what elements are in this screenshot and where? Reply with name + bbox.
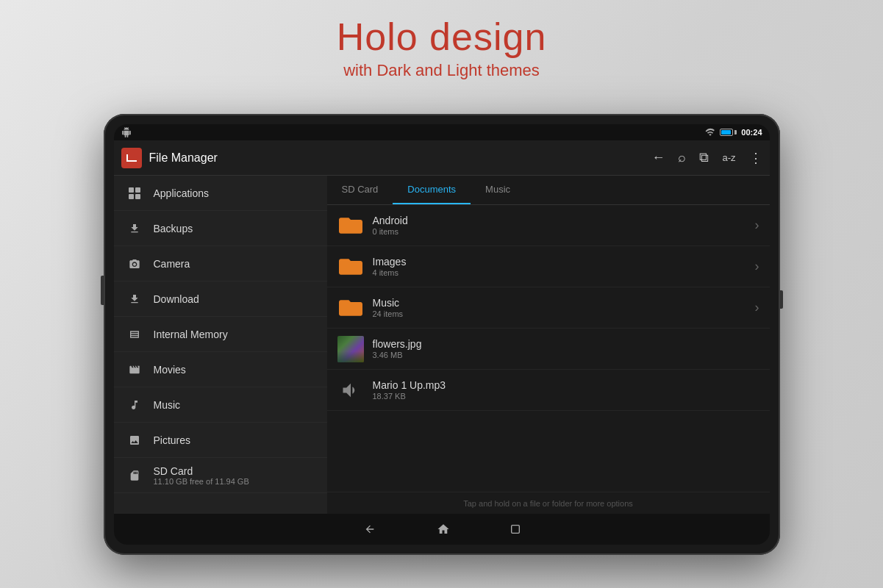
- back-button[interactable]: ←: [651, 150, 665, 165]
- camera-label: Camera: [154, 258, 190, 270]
- backups-label: Backups: [154, 223, 193, 234]
- bottom-hint-bar: Tap and hold on a file or folder for mor…: [327, 492, 770, 514]
- file-meta-mario: 18.37 KB: [373, 392, 759, 401]
- battery-icon: [720, 129, 737, 136]
- back-nav-button[interactable]: [362, 523, 377, 535]
- recents-nav-button[interactable]: [510, 523, 521, 535]
- file-row-images[interactable]: Images 4 items ›: [327, 246, 770, 287]
- file-name-images: Images: [373, 256, 746, 268]
- sidebar-item-movies[interactable]: Movies: [114, 352, 327, 387]
- file-row-mario[interactable]: Mario 1 Up.mp3 18.37 KB: [327, 370, 770, 411]
- home-nav-button[interactable]: [436, 523, 451, 536]
- pictures-icon: [126, 431, 143, 449]
- tab-documents[interactable]: Documents: [393, 176, 471, 204]
- sdcard-icon: [126, 467, 143, 484]
- main-subtitle: with Dark and Light themes: [0, 61, 883, 80]
- audio-icon-mario: [337, 377, 364, 404]
- movies-icon: [126, 361, 143, 379]
- paste-button[interactable]: ⧉: [699, 150, 709, 165]
- app-logo: [121, 148, 142, 168]
- file-name-flowers: flowers.jpg: [373, 338, 759, 350]
- logo-graphic: [126, 154, 137, 162]
- file-row-music[interactable]: Music 24 items ›: [327, 287, 770, 329]
- file-name-mario: Mario 1 Up.mp3: [373, 379, 759, 391]
- android-icon: [121, 127, 132, 137]
- more-button[interactable]: ⋮: [749, 150, 762, 166]
- sidebar-item-camera[interactable]: Camera: [114, 246, 327, 282]
- chevron-music: ›: [755, 300, 759, 315]
- folder-icon-music: [337, 295, 364, 321]
- nav-bar: [114, 514, 770, 545]
- main-title: Holo design: [0, 16, 883, 58]
- music-label: Music: [154, 399, 181, 411]
- wifi-icon: [705, 127, 715, 137]
- applications-icon: [126, 184, 143, 202]
- chevron-images: ›: [755, 259, 759, 274]
- pictures-label: Pictures: [154, 434, 191, 446]
- right-panel: SD Card Documents Music Andro: [327, 176, 770, 514]
- file-name-android: Android: [373, 215, 746, 226]
- file-meta-images: 4 items: [373, 268, 746, 277]
- file-meta-music: 24 items: [373, 309, 746, 318]
- status-left: [121, 127, 132, 137]
- tablet-screen: 00:24 File Manager ← ⌕ ⧉ a-z ⋮: [114, 124, 770, 545]
- file-info-android: Android 0 items: [373, 215, 746, 236]
- movies-label: Movies: [154, 364, 186, 376]
- search-button[interactable]: ⌕: [678, 150, 686, 165]
- camera-icon: [126, 255, 143, 273]
- sidebar-item-music[interactable]: Music: [114, 387, 327, 423]
- file-list: Android 0 items › Images: [327, 205, 770, 492]
- main-content: Applications Backups: [114, 176, 770, 514]
- file-row-flowers[interactable]: flowers.jpg 3.46 MB: [327, 329, 770, 370]
- tab-sdcard[interactable]: SD Card: [327, 176, 393, 204]
- sort-button[interactable]: a-z: [722, 152, 735, 163]
- status-bar: 00:24: [114, 124, 770, 140]
- hint-text: Tap and hold on a file or folder for mor…: [463, 499, 633, 508]
- sidebar-item-download[interactable]: Download: [114, 282, 327, 317]
- download-label: Download: [154, 293, 199, 305]
- folder-icon-android: [337, 212, 364, 239]
- tab-bar: SD Card Documents Music: [327, 176, 770, 205]
- download-icon: [126, 290, 143, 308]
- sdcard-info: SD Card 11.10 GB free of 11.94 GB: [154, 465, 249, 486]
- tablet-device: 00:24 File Manager ← ⌕ ⧉ a-z ⋮: [104, 114, 780, 555]
- chevron-android: ›: [755, 218, 759, 233]
- sidebar-item-pictures[interactable]: Pictures: [114, 423, 327, 458]
- status-time: 00:24: [741, 128, 762, 137]
- sidebar-item-applications[interactable]: Applications: [114, 176, 327, 211]
- sidebar-item-backups[interactable]: Backups: [114, 211, 327, 246]
- power-button: [780, 290, 783, 309]
- app-title: File Manager: [149, 151, 645, 165]
- memory-icon: [126, 326, 143, 343]
- file-name-music: Music: [373, 297, 746, 309]
- header-area: Holo design with Dark and Light themes: [0, 0, 883, 87]
- volume-button: [101, 276, 104, 305]
- file-row-android[interactable]: Android 0 items ›: [327, 205, 770, 246]
- file-info-mario: Mario 1 Up.mp3 18.37 KB: [373, 379, 759, 401]
- file-meta-android: 0 items: [373, 227, 746, 236]
- file-info-flowers: flowers.jpg 3.46 MB: [373, 338, 759, 359]
- folder-icon-images: [337, 254, 364, 280]
- thumbnail-flowers: [337, 336, 364, 362]
- music-sidebar-icon: [126, 396, 143, 414]
- file-meta-flowers: 3.46 MB: [373, 351, 759, 359]
- backups-icon: [126, 220, 143, 237]
- file-info-music: Music 24 items: [373, 297, 746, 318]
- sidebar-item-internal-memory[interactable]: Internal Memory: [114, 317, 327, 352]
- app-bar-actions: ← ⌕ ⧉ a-z ⋮: [651, 150, 762, 166]
- sdcard-label: SD Card: [154, 465, 249, 477]
- app-bar: File Manager ← ⌕ ⧉ a-z ⋮: [114, 140, 770, 176]
- sidebar-item-sdcard[interactable]: SD Card 11.10 GB free of 11.94 GB: [114, 458, 327, 493]
- applications-label: Applications: [154, 187, 210, 199]
- tab-music[interactable]: Music: [471, 176, 525, 204]
- sidebar: Applications Backups: [114, 176, 327, 514]
- status-right: 00:24: [705, 127, 762, 137]
- internal-memory-label: Internal Memory: [154, 329, 228, 340]
- svg-rect-0: [511, 526, 519, 534]
- file-info-images: Images 4 items: [373, 256, 746, 277]
- sdcard-sublabel: 11.10 GB free of 11.94 GB: [154, 477, 249, 486]
